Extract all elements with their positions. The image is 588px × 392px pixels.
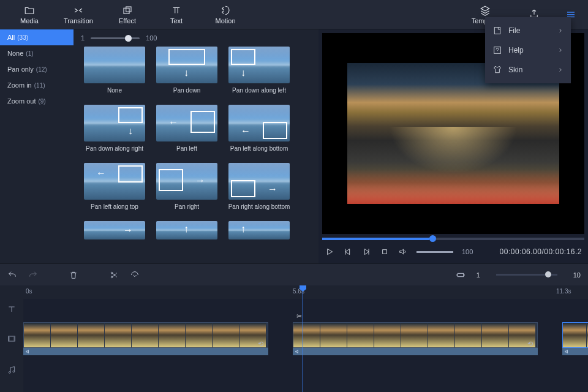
audio-strip[interactable] (562, 348, 588, 355)
svg-point-5 (111, 272, 113, 274)
preview-image (347, 63, 559, 204)
tab-effect[interactable]: Effect (103, 0, 152, 29)
sidebar-item-zoom-in[interactable]: Zoom in(11) (0, 77, 74, 93)
timeline: 0s 5.6s 11.3s ⟲ ✂ ⟲ (0, 285, 588, 392)
sidebar-item-zoom-out[interactable]: Zoom out(9) (0, 93, 74, 109)
effect-icon (121, 5, 134, 16)
timeline-toolbar: 1 10 (0, 263, 588, 285)
skin-icon (492, 65, 502, 75)
prev-frame-button[interactable] (343, 247, 353, 257)
svg-rect-7 (458, 273, 463, 276)
volume-button[interactable] (398, 247, 408, 257)
effects-panel: 1 100 None ↓Pan down ↓Pan down along lef… (74, 29, 318, 263)
svg-rect-4 (383, 250, 387, 254)
music-track-icon (7, 365, 17, 375)
audio-track-label[interactable] (0, 358, 23, 382)
fit-button[interactable] (456, 270, 466, 280)
video-track[interactable]: ⟲ ✂ ⟲ (23, 320, 588, 358)
video-clip[interactable] (562, 322, 588, 348)
effect-pan-down[interactable]: ↓Pan down (153, 47, 221, 94)
audio-strip[interactable] (293, 348, 538, 355)
preview-scrubber[interactable] (322, 238, 584, 240)
sidebar-item-none[interactable]: None(1) (0, 45, 74, 61)
effect-pan-left-top[interactable]: ←Pan left along top (81, 163, 148, 210)
sidebar-item-all[interactable]: All(33) (0, 29, 74, 45)
speaker-icon (564, 349, 571, 355)
effect-pan-left-bottom[interactable]: ←Pan left along bottom (225, 105, 293, 152)
chevron-right-icon (557, 26, 564, 36)
text-track-label[interactable] (0, 299, 23, 320)
svg-rect-1 (126, 7, 131, 12)
speaker-icon (294, 349, 301, 355)
scissors-icon: ✂ (296, 312, 302, 320)
file-icon (492, 26, 502, 36)
text-track[interactable] (23, 299, 588, 320)
speaker-icon (24, 349, 32, 355)
menu-item-file[interactable]: File (485, 21, 571, 40)
svg-rect-2 (494, 28, 500, 34)
effect-pan-down-right[interactable]: ↓Pan down along right (81, 105, 148, 152)
playhead[interactable] (303, 285, 303, 392)
music-track[interactable] (23, 358, 588, 382)
effect-none[interactable]: None (81, 47, 148, 94)
effect-pan-left[interactable]: ←Pan left (153, 105, 221, 152)
stop-button[interactable] (380, 247, 390, 257)
undo-button[interactable] (7, 270, 17, 280)
effect-pan-right-bottom[interactable]: →Pan right along bottom (225, 163, 293, 210)
video-clip[interactable]: ⟲ (23, 322, 268, 348)
zoom-min: 1 (477, 271, 480, 279)
main-menu-dropdown: File Help Skin (485, 17, 571, 83)
zoom-max: 10 (573, 271, 581, 279)
thumb-size-slider[interactable]: 1 100 (81, 34, 311, 42)
volume-value: 100 (462, 248, 473, 255)
next-frame-button[interactable] (361, 247, 371, 257)
motion-icon (219, 5, 232, 16)
help-icon (492, 45, 502, 55)
menu-item-skin[interactable]: Skin (485, 60, 571, 80)
delete-button[interactable] (69, 270, 78, 280)
chevron-right-icon (557, 65, 564, 75)
zoom-slider[interactable] (496, 274, 557, 276)
tab-text[interactable]: Text (152, 0, 201, 29)
effect-pan-down-left[interactable]: ↓Pan down along left (225, 47, 293, 94)
loop-icon[interactable]: ⟲ (258, 340, 266, 347)
effect-extra-1[interactable]: → (81, 221, 148, 239)
tab-transition[interactable]: Transition (54, 0, 103, 29)
play-button[interactable] (325, 247, 334, 257)
sidebar-item-pan-only[interactable]: Pan only(12) (0, 61, 74, 77)
text-track-icon (7, 304, 17, 314)
volume-slider[interactable] (417, 251, 453, 253)
split-button[interactable] (109, 270, 119, 280)
effect-pan-right[interactable]: →Pan right (153, 163, 221, 210)
effects-sidebar: All(33) None(1) Pan only(12) Zoom in(11)… (0, 29, 74, 263)
menu-item-help[interactable]: Help (485, 40, 571, 60)
crop-button[interactable] (130, 270, 140, 280)
chevron-right-icon (557, 45, 564, 55)
effect-extra-3[interactable]: ↑ (225, 221, 293, 239)
video-track-label[interactable] (0, 320, 23, 358)
redo-button[interactable] (28, 270, 38, 280)
text-icon (170, 5, 183, 16)
template-icon (479, 5, 491, 16)
folder-icon (23, 5, 36, 16)
svg-rect-0 (124, 8, 129, 13)
effect-extra-2[interactable]: ↑ (153, 221, 221, 239)
tab-motion[interactable]: Motion (201, 0, 250, 29)
video-clip[interactable]: ⟲ (293, 322, 538, 348)
preview-controls: 100 00:00:06.00/00:00:16.2 (318, 240, 588, 263)
transition-icon (72, 5, 85, 16)
audio-strip[interactable] (23, 348, 268, 355)
video-track-icon (7, 334, 17, 344)
time-display: 00:00:06.00/00:00:16.2 (500, 247, 582, 256)
loop-icon[interactable]: ⟲ (527, 340, 536, 347)
tab-media[interactable]: Media (5, 0, 54, 29)
svg-point-6 (111, 276, 113, 278)
